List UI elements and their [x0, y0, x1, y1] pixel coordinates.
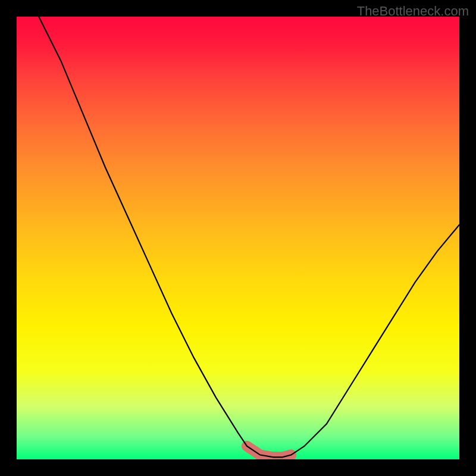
watermark-text: TheBottleneck.com [357, 4, 469, 19]
plot-area [17, 17, 459, 459]
chart-svg [17, 17, 459, 459]
curve-line [39, 17, 459, 457]
highlight-segment [247, 446, 291, 458]
